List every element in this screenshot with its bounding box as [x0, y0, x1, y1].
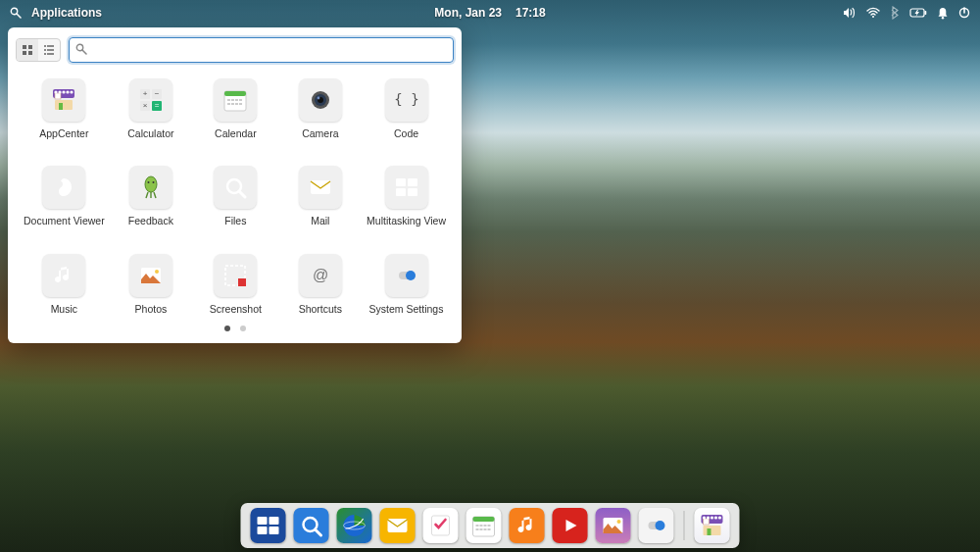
- svg-rect-22: [55, 93, 61, 99]
- svg-point-25: [55, 90, 58, 93]
- svg-rect-24: [59, 103, 63, 110]
- dock-multitask[interactable]: [251, 508, 286, 543]
- dock-files[interactable]: [294, 508, 329, 543]
- svg-point-2: [872, 16, 874, 18]
- page-dot-2[interactable]: [240, 326, 246, 331]
- page-indicator: [16, 322, 454, 333]
- bluetooth-icon[interactable]: [890, 6, 900, 20]
- volume-icon[interactable]: [843, 7, 857, 19]
- dock: [241, 503, 740, 548]
- app-multitask[interactable]: Multitasking View: [365, 164, 448, 233]
- svg-rect-75: [270, 517, 279, 525]
- app-feedback[interactable]: Feedback: [111, 164, 191, 233]
- svg-point-58: [147, 181, 149, 183]
- app-settings[interactable]: System Settings: [365, 252, 448, 322]
- app-label: Multitasking View: [367, 215, 446, 226]
- app-code[interactable]: { }Code: [365, 76, 448, 146]
- svg-line-19: [82, 50, 86, 54]
- svg-point-97: [656, 521, 665, 530]
- battery-icon[interactable]: [909, 7, 927, 19]
- app-label: Mail: [311, 215, 329, 226]
- svg-rect-87: [480, 525, 483, 527]
- svg-rect-82: [388, 519, 408, 532]
- app-label: Calculator: [127, 127, 173, 139]
- svg-rect-42: [235, 99, 238, 101]
- dock-photos[interactable]: [596, 508, 631, 543]
- app-mail[interactable]: Mail: [280, 164, 361, 233]
- app-music[interactable]: Music: [22, 252, 107, 322]
- svg-point-107: [718, 516, 721, 519]
- dock-music[interactable]: [510, 508, 545, 543]
- svg-rect-46: [235, 103, 238, 105]
- calculator-icon: +−×=: [129, 78, 172, 122]
- svg-rect-12: [44, 45, 46, 47]
- svg-rect-11: [28, 51, 32, 55]
- app-label: Document Viewer: [24, 215, 105, 226]
- app-files[interactable]: Files: [195, 164, 275, 233]
- search-input[interactable]: [93, 43, 447, 57]
- svg-text:+: +: [143, 89, 148, 98]
- svg-rect-39: [224, 91, 246, 96]
- app-calculator[interactable]: +−×=Calculator: [111, 76, 191, 146]
- screenshot-icon: [214, 254, 257, 297]
- dock-appcenter[interactable]: [695, 508, 730, 543]
- svg-rect-44: [227, 103, 230, 105]
- page-dot-1[interactable]: [224, 326, 230, 331]
- app-label: Screenshot: [210, 303, 262, 315]
- grid-view-button[interactable]: [17, 39, 38, 61]
- files-icon: [214, 166, 257, 209]
- app-calendar[interactable]: Calendar: [195, 76, 275, 146]
- docviewer-icon: [42, 166, 85, 209]
- svg-point-28: [67, 90, 70, 93]
- shortcuts-icon: @: [299, 254, 342, 297]
- svg-rect-102: [708, 528, 711, 535]
- svg-rect-15: [47, 49, 54, 51]
- power-icon[interactable]: [958, 7, 970, 19]
- applications-panel: AppCenter+−×=CalculatorCalendarCamera{ }…: [8, 27, 462, 343]
- svg-rect-65: [396, 188, 406, 196]
- svg-point-95: [617, 520, 621, 524]
- topbar-time[interactable]: 17:18: [515, 6, 546, 20]
- dock-tasks[interactable]: [423, 508, 459, 543]
- top-bar: Applications Mon, Jan 23 17:18: [0, 0, 980, 25]
- svg-rect-63: [396, 178, 406, 186]
- svg-rect-8: [23, 45, 26, 49]
- applications-label[interactable]: Applications: [31, 6, 102, 20]
- camera-icon: [299, 78, 342, 122]
- app-label: Camera: [302, 127, 338, 139]
- mail-icon: [299, 166, 342, 209]
- svg-rect-76: [258, 527, 268, 534]
- app-camera[interactable]: Camera: [280, 76, 361, 146]
- svg-rect-23: [55, 100, 73, 110]
- app-photos[interactable]: Photos: [111, 252, 191, 322]
- list-view-button[interactable]: [38, 39, 60, 61]
- app-screenshot[interactable]: Screenshot: [195, 252, 275, 322]
- settings-icon: [385, 254, 428, 297]
- search-field[interactable]: [69, 37, 454, 63]
- wifi-icon[interactable]: [866, 7, 880, 19]
- svg-rect-64: [408, 178, 417, 186]
- svg-point-68: [155, 270, 159, 274]
- dock-web[interactable]: [337, 508, 372, 543]
- svg-rect-86: [476, 525, 479, 527]
- app-label: Files: [224, 215, 246, 226]
- svg-point-103: [703, 516, 706, 519]
- dock-video[interactable]: [553, 508, 588, 543]
- svg-line-55: [146, 192, 148, 198]
- app-appcenter[interactable]: AppCenter: [22, 76, 107, 146]
- app-docviewer[interactable]: Document Viewer: [22, 164, 107, 233]
- svg-rect-16: [44, 53, 46, 55]
- applications-icon[interactable]: [10, 7, 22, 19]
- dock-calendar[interactable]: [466, 508, 502, 543]
- notifications-icon[interactable]: [937, 7, 949, 20]
- dock-mail[interactable]: [380, 508, 416, 543]
- dock-settings[interactable]: [639, 508, 674, 543]
- photos-icon: [129, 254, 172, 297]
- svg-point-59: [152, 181, 154, 183]
- app-shortcuts[interactable]: @Shortcuts: [280, 252, 361, 322]
- svg-rect-92: [484, 528, 487, 530]
- svg-rect-40: [227, 99, 230, 101]
- svg-text:{ }: { }: [394, 91, 418, 107]
- svg-text:=: =: [155, 101, 160, 110]
- topbar-date[interactable]: Mon, Jan 23: [434, 6, 502, 20]
